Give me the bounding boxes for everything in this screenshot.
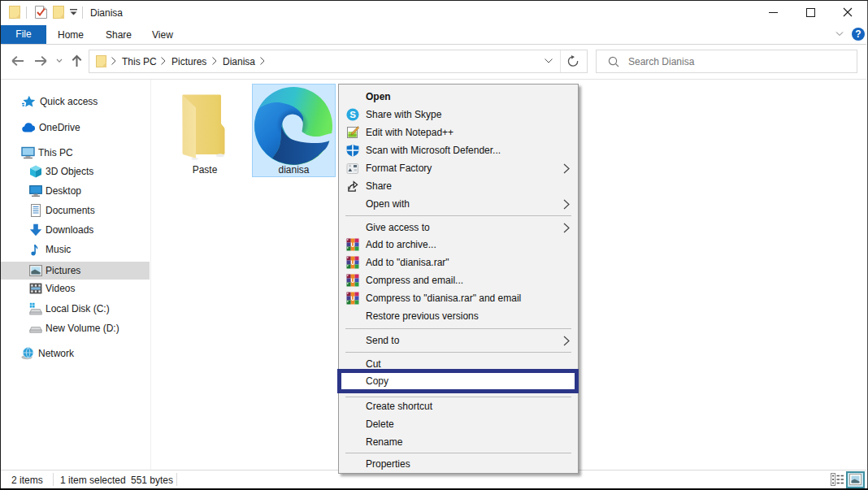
- svg-text:S: S: [349, 110, 356, 119]
